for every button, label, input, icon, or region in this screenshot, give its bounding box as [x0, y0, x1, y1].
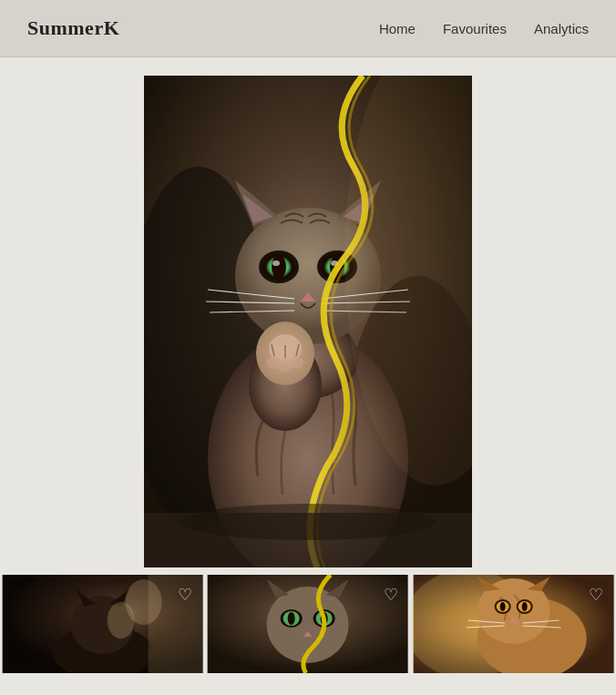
svg-point-62: [499, 602, 505, 611]
heart-btn-3[interactable]: ♡: [583, 582, 609, 608]
thumbnail-3[interactable]: ♡: [411, 575, 616, 673]
main-nav: Home Favourites Analytics: [379, 21, 589, 36]
header: SummerK Home Favourites Analytics: [0, 0, 616, 57]
featured-image-container: [144, 76, 472, 567]
featured-image[interactable]: [144, 76, 472, 567]
svg-point-13: [272, 261, 280, 266]
main-content: ♡: [0, 57, 616, 673]
heart-btn-1[interactable]: ♡: [172, 582, 198, 608]
nav-favourites[interactable]: Favourites: [443, 21, 507, 36]
thumbnail-1[interactable]: ♡: [0, 575, 205, 673]
thumbnail-row: ♡: [0, 575, 616, 673]
svg-point-35: [180, 504, 436, 540]
nav-home[interactable]: Home: [379, 21, 416, 36]
svg-point-12: [272, 255, 286, 279]
nav-analytics[interactable]: Analytics: [534, 21, 589, 36]
site-logo[interactable]: SummerK: [27, 16, 119, 40]
svg-point-49: [288, 612, 295, 625]
thumbnail-2[interactable]: ♡: [205, 575, 410, 673]
featured-cat-image: [144, 76, 472, 567]
svg-point-30: [289, 356, 303, 369]
svg-point-65: [521, 602, 527, 611]
heart-btn-2[interactable]: ♡: [378, 582, 404, 608]
